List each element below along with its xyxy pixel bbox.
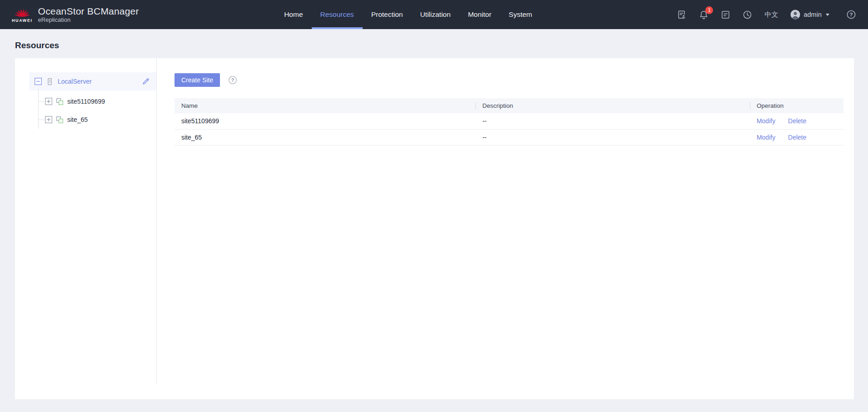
nav-item-monitor[interactable]: Monitor	[459, 0, 500, 29]
product-name: OceanStor BCManager	[38, 6, 139, 16]
task-list-icon	[721, 10, 730, 20]
main-nav: Home Resources Protection Utilization Mo…	[275, 0, 541, 29]
page-title: Resources	[0, 29, 868, 58]
username: admin	[803, 11, 822, 18]
help-icon: ?	[846, 10, 856, 20]
expand-toggle-icon[interactable]	[45, 98, 52, 105]
server-icon	[46, 78, 54, 85]
table-header-row: Name Description Operation	[175, 98, 843, 113]
language-switch[interactable]: 中文	[764, 10, 778, 19]
table-row: site51109699 -- Modify Delete	[175, 113, 843, 129]
column-header-description: Description	[475, 98, 750, 113]
sites-table: Name Description Operation site51109699 …	[175, 98, 843, 146]
expand-toggle-icon[interactable]	[45, 116, 52, 123]
column-header-operation: Operation	[750, 98, 843, 113]
navbar-actions: 1 中文 admin	[677, 10, 856, 20]
tree-node-site51109699[interactable]: site51109699	[29, 92, 157, 111]
site-icon	[56, 116, 64, 124]
cell-description: --	[475, 113, 750, 129]
create-site-help-button[interactable]: ?	[228, 75, 237, 85]
edit-server-button[interactable]	[141, 77, 150, 86]
brand-text: OceanStor BCManager eReplication	[38, 6, 139, 24]
modify-link[interactable]: Modify	[757, 134, 775, 141]
tree-children: site51109699 site_65	[29, 90, 157, 129]
help-button[interactable]: ?	[846, 10, 856, 20]
resources-panel: LocalServer si	[15, 58, 854, 399]
cell-operation: Modify Delete	[750, 113, 843, 129]
tree-node-site-65[interactable]: site_65	[29, 111, 157, 129]
clock-icon	[743, 10, 752, 20]
server-tree: LocalServer si	[15, 58, 157, 399]
cell-description: --	[475, 129, 750, 145]
table-row: site_65 -- Modify Delete	[175, 129, 843, 145]
create-site-button[interactable]: Create Site	[175, 73, 220, 87]
avatar-icon	[790, 10, 800, 20]
nav-item-resources[interactable]: Resources	[312, 0, 363, 29]
delete-link[interactable]: Delete	[788, 117, 806, 125]
cell-name: site_65	[175, 129, 475, 145]
collapse-toggle-icon[interactable]	[35, 78, 42, 85]
nav-item-protection[interactable]: Protection	[363, 0, 412, 29]
product-subtitle: eReplication	[38, 16, 139, 24]
question-icon: ?	[228, 75, 237, 85]
sites-content: Create Site ? Name Description Operation	[157, 58, 854, 399]
nav-item-system[interactable]: System	[500, 0, 541, 29]
nav-item-utilization[interactable]: Utilization	[411, 0, 459, 29]
modify-link[interactable]: Modify	[757, 117, 775, 125]
chevron-down-icon	[826, 14, 829, 16]
toolbar: Create Site ?	[175, 73, 843, 87]
cell-name: site51109699	[175, 113, 475, 129]
tree-node-label[interactable]: LocalServer	[58, 78, 92, 85]
nav-item-home[interactable]: Home	[275, 0, 311, 29]
report-icon	[677, 10, 687, 20]
svg-text:?: ?	[231, 77, 234, 83]
huawei-wordmark: HUAWEI	[12, 18, 33, 23]
cell-operation: Modify Delete	[750, 129, 843, 145]
top-navbar: HUAWEI OceanStor BCManager eReplication …	[0, 0, 868, 29]
pencil-icon	[141, 77, 150, 86]
tree-node-label[interactable]: site51109699	[67, 98, 105, 105]
svg-text:?: ?	[849, 12, 853, 17]
column-header-name: Name	[175, 98, 475, 113]
report-button[interactable]	[677, 10, 687, 20]
notifications-button[interactable]: 1	[699, 10, 708, 20]
user-menu[interactable]: admin	[790, 10, 829, 20]
tree-node-label[interactable]: site_65	[67, 116, 88, 123]
site-icon	[56, 98, 64, 106]
delete-link[interactable]: Delete	[788, 134, 806, 141]
history-button[interactable]	[743, 10, 752, 20]
notification-badge: 1	[705, 6, 713, 14]
huawei-logo: HUAWEI	[12, 7, 33, 23]
brand: HUAWEI OceanStor BCManager eReplication	[12, 6, 139, 24]
tasks-button[interactable]	[721, 10, 730, 20]
huawei-petal-logo-icon	[14, 7, 30, 18]
tree-node-localserver[interactable]: LocalServer	[29, 72, 157, 90]
